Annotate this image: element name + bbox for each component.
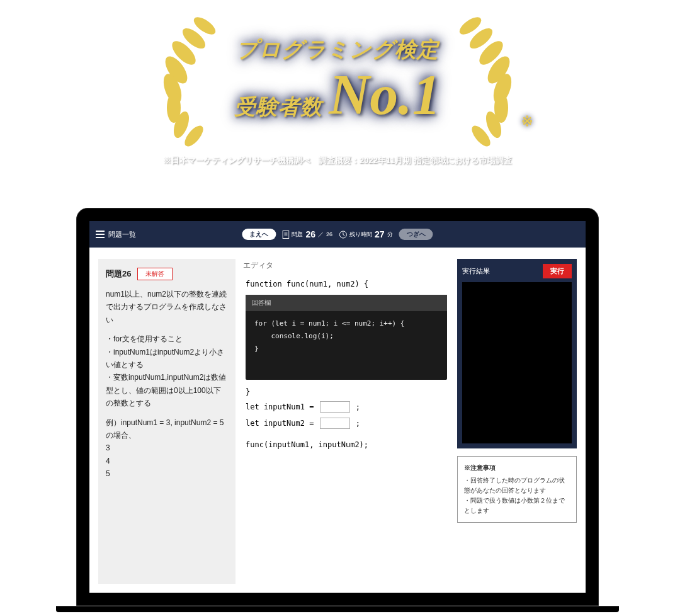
unanswered-badge: 未解答 — [137, 268, 173, 280]
next-button[interactable]: つぎへ — [399, 229, 433, 240]
notes-box: ※注意事項 ・回答終了した時のプログラムの状態があなたの回答となります ・問題で… — [457, 456, 577, 523]
input-line-1: let inputNum1 = ; — [246, 401, 447, 413]
laurel-badge: プログラミング検定 受験者数 No.1 ※ — [145, 10, 530, 149]
time-remaining: 残り時間 27 分 — [339, 229, 393, 239]
func-close: } — [246, 387, 447, 396]
menu-label: 問題一覧 — [108, 230, 136, 239]
notes-title: ※注意事項 — [464, 463, 570, 473]
input-line-2: let inputNum2 = ; — [246, 418, 447, 429]
note-2: ・問題で扱う数値は小数第２位までとします — [464, 496, 570, 516]
inputnum1-field[interactable] — [320, 401, 350, 413]
result-panel: 実行結果 実行 — [457, 259, 577, 448]
award-subtitle: 受験者数 — [234, 93, 322, 122]
result-title: 実行結果 — [462, 266, 490, 276]
laptop-mockup: 問題一覧 まえへ 問題 26 ／ 26 残り時間 27 — [76, 208, 599, 612]
laurel-left-icon — [145, 10, 227, 149]
run-button[interactable]: 実行 — [543, 264, 572, 278]
laurel-right-icon — [448, 10, 530, 149]
disclaimer-text: ※日本マーケティングリサーチ機構調べ 調査概要：2022年11月期 指定領域にお… — [163, 155, 512, 166]
right-column: 実行結果 実行 ※注意事項 ・回答終了した時のプログラムの状態があなたの回答とな… — [457, 259, 577, 584]
app-header: 問題一覧 まえへ 問題 26 ／ 26 残り時間 27 — [89, 221, 586, 248]
note-1: ・回答終了した時のプログラムの状態があなたの回答となります — [464, 476, 570, 496]
prev-button[interactable]: まえへ — [242, 229, 276, 240]
award-no1: No.1 — [329, 67, 441, 123]
app-body: 問題26 未解答 num1以上、num2以下の整数を連続で出力するプログラムを作… — [89, 248, 586, 593]
header-center-controls: まえへ 問題 26 ／ 26 残り時間 27 分 つぎへ — [242, 229, 433, 240]
inputnum2-field[interactable] — [320, 418, 350, 429]
result-output — [462, 282, 572, 443]
question-list-button[interactable]: 問題一覧 — [96, 230, 136, 239]
func-signature: function func(num1, num2) { — [246, 280, 447, 288]
question-body-3: 例）inputNum1 = 3, inputNum2 = 5 の場合、 3 4 … — [106, 416, 228, 481]
question-body-2: ・for文を使用すること ・inputNum1はinputNum2より小さい値と… — [106, 333, 228, 409]
question-body-1: num1以上、num2以下の整数を連続で出力するプログラムを作成しなさい — [106, 288, 228, 326]
answer-code-box[interactable]: 回答欄 for (let i = num1; i <= num2; i++) {… — [246, 295, 447, 380]
app-screen: 問題一覧 まえへ 問題 26 ／ 26 残り時間 27 — [89, 221, 586, 593]
clock-icon — [339, 231, 347, 239]
answer-header: 回答欄 — [246, 295, 447, 311]
answer-code[interactable]: for (let i = num1; i <= num2; i++) { con… — [246, 311, 447, 380]
question-counter: 問題 26 ／ 26 — [282, 229, 332, 239]
award-title: プログラミング検定 受験者数 No.1 — [234, 35, 441, 123]
editor-title: エディタ — [243, 260, 450, 271]
document-icon — [282, 231, 289, 239]
question-number: 問題26 — [106, 268, 131, 280]
hamburger-icon — [96, 231, 105, 238]
laptop-base — [56, 606, 619, 612]
hero-section: プログラミング検定 受験者数 No.1 ※ ※日本マーケティングリサーチ機構調べ… — [0, 0, 675, 183]
editor-panel: エディタ function func(num1, num2) { 回答欄 for… — [243, 259, 450, 584]
asterisk-mark: ※ — [521, 113, 533, 130]
award-title-line1: プログラミング検定 — [236, 35, 439, 64]
svg-line-21 — [343, 234, 345, 236]
question-panel: 問題26 未解答 num1以上、num2以下の整数を連続で出力するプログラムを作… — [98, 259, 235, 584]
func-call: func(inputNum1, inputNum2); — [246, 440, 447, 449]
